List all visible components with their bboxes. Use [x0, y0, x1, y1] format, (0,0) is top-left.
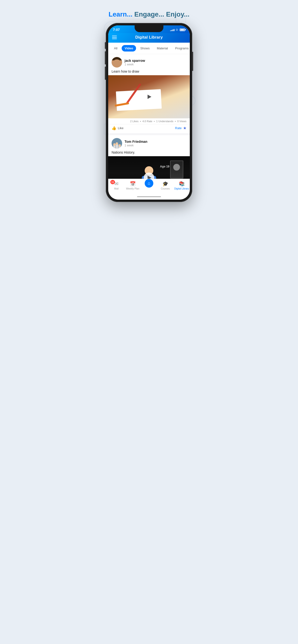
- post-caption-tom: Nations History.: [108, 150, 190, 156]
- post-thumbnail-tom[interactable]: Age 19 Age 47: [108, 156, 190, 179]
- post-time-tom: 1 week: [124, 144, 186, 147]
- post-user-info-jack: jack sparrow 1 week: [124, 59, 186, 66]
- nav-label-weekly-plan: Weekly Plan: [126, 187, 139, 190]
- nav-title: Digital Library: [135, 35, 163, 40]
- status-bar: 7:07 ⊙: [108, 26, 190, 33]
- volume-up-button: [105, 42, 106, 49]
- post-stats-jack: 2 Likes • 4.0 Rate • 1 Understands • 0 V…: [108, 118, 190, 124]
- post-jack-sparrow: jack sparrow 1 week Learn how to draw: [108, 54, 190, 135]
- post-user-info-tom: Tom Friedman 1 week: [124, 140, 186, 147]
- top-nav: Digital Library: [108, 33, 190, 43]
- signal-bars-icon: [170, 28, 175, 31]
- avatar-tom-friedman: [112, 138, 122, 148]
- headline-rest: Engage... Enjoy...: [132, 10, 190, 18]
- home-icon: ⌂: [148, 181, 151, 186]
- notch: [135, 26, 163, 32]
- silent-switch: [105, 66, 106, 80]
- star-icon: ★: [183, 126, 186, 130]
- like-label-jack: Like: [118, 126, 123, 130]
- calendar-icon: 📅: [130, 181, 135, 187]
- play-button-jack[interactable]: [144, 92, 154, 102]
- age-label-19: Age 19: [160, 165, 169, 168]
- play-triangle-icon: [147, 95, 152, 99]
- filter-tabs: All Video Shows Material Programs: [108, 43, 190, 54]
- rate-button-jack[interactable]: Rate ★: [175, 126, 186, 130]
- nav-item-mail[interactable]: ✉ 11 Mail: [108, 181, 124, 190]
- tab-video[interactable]: Video: [122, 45, 136, 52]
- post-username-jack: jack sparrow: [124, 59, 186, 62]
- bottom-nav: ✉ 11 Mail 📅 Weekly Plan ⌂: [108, 179, 190, 195]
- home-bar: [137, 196, 161, 197]
- battery-icon: [180, 28, 185, 31]
- status-time: 7:07: [113, 28, 120, 32]
- post-header-jack: jack sparrow 1 week: [108, 54, 190, 70]
- pencil-decoration: [126, 84, 141, 104]
- tab-material[interactable]: Material: [154, 45, 171, 52]
- post-username-tom: Tom Friedman: [124, 140, 186, 144]
- nav-label-mail: Mail: [114, 187, 118, 190]
- tab-programs[interactable]: Programs: [172, 45, 190, 52]
- orange-pencil-decoration: [115, 102, 129, 106]
- nav-label-digital-library: Digital Library: [174, 187, 189, 190]
- post-tom-friedman: Tom Friedman 1 week Nations History.: [108, 135, 190, 179]
- courses-icon: 🎓: [163, 181, 168, 187]
- post-header-tom: Tom Friedman 1 week: [108, 135, 190, 150]
- home-indicator: [108, 195, 190, 200]
- rate-label-jack: Rate: [175, 126, 182, 130]
- home-icon-circle: ⌂: [145, 179, 153, 188]
- thumbs-up-icon: 👍: [112, 126, 116, 130]
- hamburger-menu-button[interactable]: [112, 36, 117, 39]
- nav-item-home[interactable]: ⌂: [141, 181, 157, 190]
- tab-all[interactable]: All: [111, 45, 120, 52]
- nav-item-courses[interactable]: 🎓 Courses: [157, 181, 174, 190]
- phone-shell: 7:07 ⊙: [106, 23, 192, 202]
- avatar-group-people: [113, 144, 121, 148]
- post-time-jack: 1 week: [124, 63, 186, 66]
- avatar-jack-sparrow: [112, 57, 122, 68]
- photo-frame: [170, 160, 183, 178]
- headline-learn: Learn...: [108, 10, 132, 18]
- phone-screen: 7:07 ⊙: [108, 26, 190, 200]
- wifi-icon: ⊙: [176, 28, 178, 32]
- nav-label-courses: Courses: [161, 187, 170, 190]
- post-thumbnail-jack[interactable]: [108, 75, 190, 118]
- power-button: [192, 52, 193, 71]
- status-icons: ⊙: [170, 28, 185, 32]
- post-caption-jack: Learn how to draw: [108, 70, 190, 75]
- volume-down-button: [105, 51, 106, 64]
- scroll-content[interactable]: jack sparrow 1 week Learn how to draw: [108, 54, 190, 179]
- play-triangle-icon-tom: [147, 176, 152, 179]
- tab-shows[interactable]: Shows: [137, 45, 153, 52]
- like-button-jack[interactable]: 👍 Like: [112, 126, 123, 130]
- nav-item-weekly-plan[interactable]: 📅 Weekly Plan: [124, 181, 141, 190]
- headline: Learn... Engage... Enjoy...: [99, 5, 199, 23]
- library-icon: 📚: [179, 181, 185, 187]
- nav-item-digital-library[interactable]: 📚 Digital Library: [174, 181, 190, 190]
- page-wrapper: A B C Learn... Engage... Enjoy... 7:07: [99, 5, 199, 202]
- post-actions-jack: 👍 Like Rate ★: [108, 124, 190, 133]
- mail-icon: ✉ 11: [113, 181, 119, 187]
- mail-badge: 11: [110, 180, 115, 184]
